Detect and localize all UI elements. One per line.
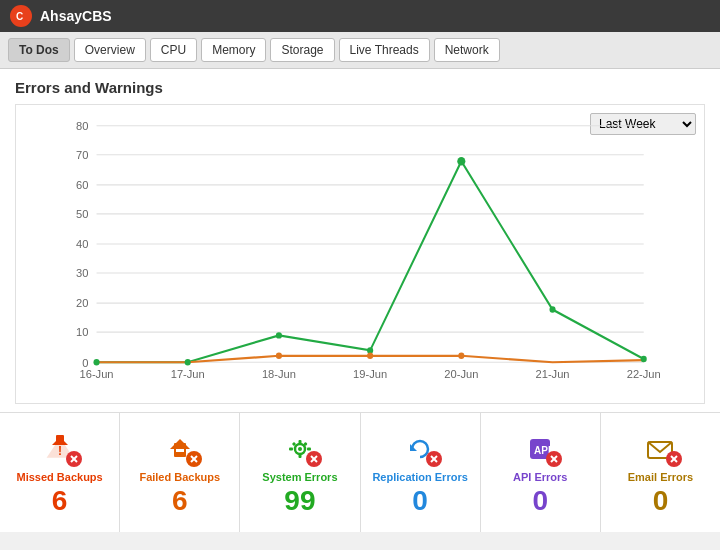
tab-storage[interactable]: Storage <box>270 38 334 62</box>
tab-overview[interactable]: Overview <box>74 38 146 62</box>
svg-text:18-Jun: 18-Jun <box>262 368 296 380</box>
chart-container: Last Week Last Month Last 3 Months <box>15 104 705 404</box>
svg-point-35 <box>458 353 464 359</box>
api-badge <box>546 451 562 467</box>
failed-badge <box>186 451 202 467</box>
tab-cpu[interactable]: CPU <box>150 38 197 62</box>
svg-text:C: C <box>16 11 23 22</box>
missed-backups-label: Missed Backups <box>16 471 102 483</box>
tab-todos[interactable]: To Dos <box>8 38 70 62</box>
missed-backups-icon-area: ! <box>38 431 82 467</box>
system-errors-label: System Errors <box>262 471 337 483</box>
card-missed-backups: ! Missed Backups 6 <box>0 413 120 532</box>
nav-bar: To Dos Overview CPU Memory Storage Live … <box>0 32 720 69</box>
svg-text:!: ! <box>58 444 62 458</box>
app-title: AhsayCBS <box>40 8 112 24</box>
system-errors-icon-area <box>278 431 322 467</box>
email-errors-value: 0 <box>653 487 669 515</box>
section-title: Errors and Warnings <box>15 79 705 96</box>
svg-point-28 <box>276 332 282 338</box>
svg-text:30: 30 <box>76 267 88 279</box>
system-badge <box>306 451 322 467</box>
failed-backups-label: Failed Backups <box>139 471 220 483</box>
missed-backups-value: 6 <box>52 487 68 515</box>
replication-errors-label: Replication Errors <box>372 471 467 483</box>
email-errors-label: Email Errors <box>628 471 693 483</box>
svg-rect-44 <box>176 449 184 452</box>
svg-text:20: 20 <box>76 297 88 309</box>
replication-badge <box>426 451 442 467</box>
svg-point-48 <box>298 447 302 451</box>
api-errors-value: 0 <box>532 487 548 515</box>
card-failed-backups: Failed Backups 6 <box>120 413 240 532</box>
failed-backups-value: 6 <box>172 487 188 515</box>
email-badge <box>666 451 682 467</box>
tab-network[interactable]: Network <box>434 38 500 62</box>
svg-text:60: 60 <box>76 179 88 191</box>
svg-text:19-Jun: 19-Jun <box>353 368 387 380</box>
card-email-errors: Email Errors 0 <box>601 413 720 532</box>
svg-marker-39 <box>52 437 68 445</box>
app-logo: C <box>10 5 32 27</box>
main-content: Errors and Warnings Last Week Last Month… <box>0 69 720 412</box>
svg-rect-51 <box>289 447 293 450</box>
api-errors-label: API Errors <box>513 471 567 483</box>
email-errors-icon-area <box>638 431 682 467</box>
system-errors-value: 99 <box>284 487 315 515</box>
card-api-errors: API API Errors 0 <box>481 413 601 532</box>
svg-point-26 <box>93 359 99 365</box>
svg-text:16-Jun: 16-Jun <box>79 368 113 380</box>
svg-point-33 <box>276 353 282 359</box>
svg-text:50: 50 <box>76 208 88 220</box>
svg-text:0: 0 <box>82 356 88 368</box>
svg-text:10: 10 <box>76 326 88 338</box>
app-header: C AhsayCBS <box>0 0 720 32</box>
tab-memory[interactable]: Memory <box>201 38 266 62</box>
svg-text:17-Jun: 17-Jun <box>171 368 205 380</box>
svg-marker-43 <box>170 439 190 449</box>
cards-row: ! Missed Backups 6 Failed Backups 6 <box>0 412 720 532</box>
svg-point-30 <box>457 157 465 166</box>
svg-text:20-Jun: 20-Jun <box>444 368 478 380</box>
chart-inner: 80 70 60 50 40 30 20 10 0 16-Jun 17-Jun … <box>56 115 664 373</box>
svg-point-27 <box>185 359 191 365</box>
replication-errors-value: 0 <box>412 487 428 515</box>
svg-text:70: 70 <box>76 149 88 161</box>
svg-rect-49 <box>298 440 301 444</box>
missed-badge <box>66 451 82 467</box>
card-replication-errors: Replication Errors 0 <box>361 413 481 532</box>
card-system-errors: System Errors 99 <box>240 413 360 532</box>
svg-text:22-Jun: 22-Jun <box>627 368 661 380</box>
replication-errors-icon-area <box>398 431 442 467</box>
failed-backups-icon-area <box>158 431 202 467</box>
svg-point-31 <box>549 306 555 312</box>
svg-rect-50 <box>298 454 301 458</box>
svg-point-34 <box>367 353 373 359</box>
svg-rect-52 <box>307 447 311 450</box>
tab-live-threads[interactable]: Live Threads <box>339 38 430 62</box>
svg-text:40: 40 <box>76 238 88 250</box>
svg-point-32 <box>641 356 647 362</box>
svg-text:80: 80 <box>76 120 88 132</box>
svg-text:21-Jun: 21-Jun <box>535 368 569 380</box>
chart-svg: 80 70 60 50 40 30 20 10 0 16-Jun 17-Jun … <box>56 115 664 373</box>
api-errors-icon-area: API <box>518 431 562 467</box>
